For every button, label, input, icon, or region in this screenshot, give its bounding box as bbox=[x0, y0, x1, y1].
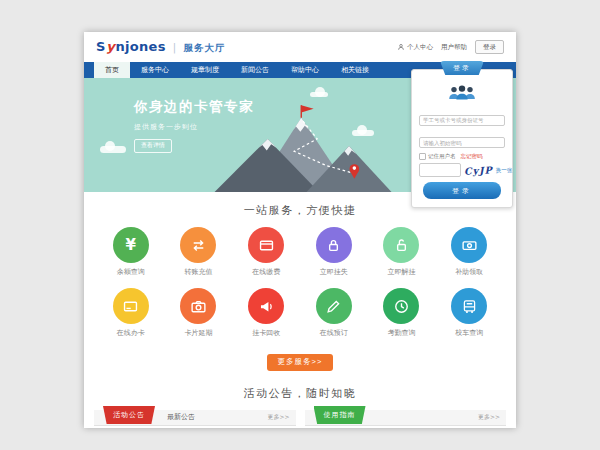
service-item-card-recycle[interactable]: 挂卡回收 bbox=[232, 288, 300, 338]
hero-title: 你身边的卡管专家 bbox=[134, 98, 254, 116]
service-label: 校车查询 bbox=[435, 328, 503, 338]
logo-accent: y bbox=[106, 39, 115, 54]
nav-item-rules[interactable]: 规章制度 bbox=[180, 62, 230, 78]
service-item-reservation[interactable]: 在线预订 bbox=[300, 288, 368, 338]
cloud-decoration bbox=[100, 146, 126, 153]
service-circle[interactable] bbox=[451, 227, 487, 263]
login-tab[interactable]: 登录 bbox=[440, 61, 484, 75]
service-circle[interactable] bbox=[383, 288, 419, 324]
yen-icon: ¥ bbox=[126, 238, 136, 253]
nav-item-home[interactable]: 首页 bbox=[94, 62, 130, 78]
nav-item-service-center[interactable]: 服务中心 bbox=[130, 62, 180, 78]
remember-checkbox[interactable] bbox=[419, 153, 426, 160]
login-submit-button[interactable]: 登录 bbox=[423, 182, 501, 199]
forgot-password-link[interactable]: 忘记密码 bbox=[461, 153, 483, 160]
pencil-icon bbox=[325, 298, 342, 315]
service-item-transfer[interactable]: 转账充值 bbox=[165, 227, 233, 277]
nav-item-links[interactable]: 相关链接 bbox=[330, 62, 380, 78]
service-item-subsidy[interactable]: 补助领取 bbox=[435, 227, 503, 277]
tab-usage-guide[interactable]: 使用指南 bbox=[314, 406, 366, 424]
users-icon bbox=[444, 84, 480, 102]
announcement-panels: 活动公告 最新公告 更多>> 使用指南 更多>> bbox=[84, 410, 516, 426]
bus-icon bbox=[461, 298, 478, 315]
service-item-apply-card[interactable]: 在线办卡 bbox=[97, 288, 165, 338]
service-label: 卡片延期 bbox=[165, 328, 233, 338]
announcements-heading: 活动公告，随时知晓 bbox=[84, 386, 516, 401]
service-label: 立即挂失 bbox=[300, 267, 368, 277]
captcha-input[interactable] bbox=[419, 163, 461, 177]
logo-text: njones bbox=[115, 39, 165, 54]
service-label: 在线预订 bbox=[300, 328, 368, 338]
user-help-link[interactable]: 用户帮助 bbox=[441, 43, 467, 52]
personal-center-label: 个人中心 bbox=[407, 43, 433, 52]
service-circle[interactable] bbox=[248, 288, 284, 324]
hero-banner: 你身边的卡管专家 提供服务一步到位 查看详情 登录 bbox=[84, 78, 516, 192]
logo-text: S bbox=[96, 39, 106, 54]
remember-label: 记住用户名 bbox=[428, 153, 456, 160]
hero-cta-button[interactable]: 查看详情 bbox=[134, 139, 172, 153]
banknote-icon bbox=[461, 237, 478, 254]
service-circle[interactable] bbox=[383, 227, 419, 263]
page: Synjones | 服务大厅 个人中心 用户帮助 登录 首页 服务中心 规章制… bbox=[84, 32, 516, 428]
service-item-balance[interactable]: ¥ 余额查询 bbox=[97, 227, 165, 277]
tab-activity-announcements[interactable]: 活动公告 bbox=[103, 406, 155, 424]
service-label: 在线办卡 bbox=[97, 328, 165, 338]
person-icon bbox=[397, 43, 405, 51]
service-label: 立即解挂 bbox=[368, 267, 436, 277]
service-circle[interactable] bbox=[248, 227, 284, 263]
service-item-school-bus[interactable]: 校车查询 bbox=[435, 288, 503, 338]
service-label: 挂卡回收 bbox=[232, 328, 300, 338]
captcha-image[interactable]: CyJP bbox=[464, 164, 493, 176]
captcha-refresh-link[interactable]: 换一张 bbox=[496, 167, 513, 174]
username-input[interactable] bbox=[419, 115, 505, 126]
personal-center-link[interactable]: 个人中心 bbox=[397, 43, 433, 52]
megaphone-icon bbox=[258, 298, 275, 315]
more-services-button[interactable]: 更多服务>> bbox=[267, 354, 334, 371]
service-item-pay[interactable]: 在线缴费 bbox=[232, 227, 300, 277]
header-login-button[interactable]: 登录 bbox=[475, 40, 504, 54]
logo-divider: | bbox=[173, 42, 177, 53]
tab-latest-announcements[interactable]: 最新公告 bbox=[167, 412, 195, 422]
service-label: 在线缴费 bbox=[232, 267, 300, 277]
transfer-icon bbox=[190, 237, 207, 254]
clock-icon bbox=[393, 298, 410, 315]
guide-panel: 使用指南 更多>> bbox=[305, 410, 507, 426]
unlock-icon bbox=[393, 237, 410, 254]
service-label: 转账充值 bbox=[165, 267, 233, 277]
service-circle[interactable] bbox=[316, 288, 352, 324]
service-circle[interactable] bbox=[180, 288, 216, 324]
more-announcements-link[interactable]: 更多>> bbox=[267, 413, 289, 422]
camera-icon bbox=[190, 298, 207, 315]
service-label: 补助领取 bbox=[435, 267, 503, 277]
site-name: 服务大厅 bbox=[183, 42, 225, 55]
service-item-attendance[interactable]: 考勤查询 bbox=[368, 288, 436, 338]
service-circle[interactable] bbox=[180, 227, 216, 263]
service-label: 考勤查询 bbox=[368, 328, 436, 338]
hero-subtitle: 提供服务一步到位 bbox=[134, 122, 254, 132]
service-item-card-extension[interactable]: 卡片延期 bbox=[165, 288, 233, 338]
bank-card-icon bbox=[258, 237, 275, 254]
services-grid: ¥ 余额查询 转账充值 在线缴费 立即挂失 立即解挂 bbox=[84, 227, 516, 338]
login-panel: 登录 记住用户名 忘记密码 CyJP bbox=[411, 69, 513, 208]
nav-item-news[interactable]: 新闻公告 bbox=[230, 62, 280, 78]
card-icon bbox=[122, 298, 139, 315]
service-item-report-loss[interactable]: 立即挂失 bbox=[300, 227, 368, 277]
nav-item-help[interactable]: 帮助中心 bbox=[280, 62, 330, 78]
logo[interactable]: Synjones | 服务大厅 bbox=[96, 39, 225, 55]
service-circle[interactable] bbox=[316, 227, 352, 263]
user-help-label: 用户帮助 bbox=[441, 43, 467, 52]
password-input[interactable] bbox=[419, 137, 505, 148]
service-circle[interactable]: ¥ bbox=[113, 227, 149, 263]
service-circle[interactable] bbox=[113, 288, 149, 324]
service-circle[interactable] bbox=[451, 288, 487, 324]
service-item-unlock[interactable]: 立即解挂 bbox=[368, 227, 436, 277]
more-guides-link[interactable]: 更多>> bbox=[478, 413, 500, 422]
activity-panel: 活动公告 最新公告 更多>> bbox=[94, 410, 296, 426]
lock-icon bbox=[325, 237, 342, 254]
header: Synjones | 服务大厅 个人中心 用户帮助 登录 bbox=[84, 32, 516, 62]
service-label: 余额查询 bbox=[97, 267, 165, 277]
cloud-decoration bbox=[310, 92, 328, 97]
